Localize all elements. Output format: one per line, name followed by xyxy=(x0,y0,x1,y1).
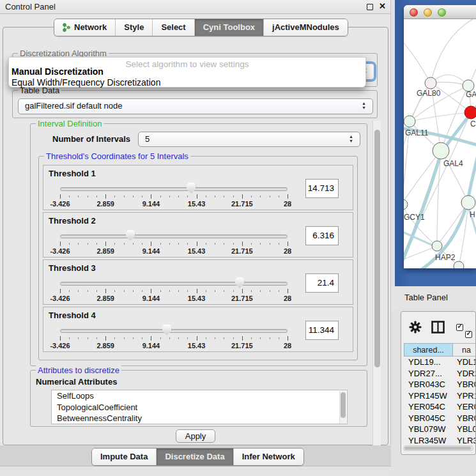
group-title: Threshold's Coordinates for 5 Intervals xyxy=(44,151,190,161)
slider-track[interactable] xyxy=(60,329,288,333)
network-window: GAL80GACGAL11GAL4GCY1HHAP2 xyxy=(404,5,476,268)
cell-name[interactable]: YER0 xyxy=(453,401,476,413)
threshold-slider[interactable]: -3.4262.8599.14415.4321.71528 xyxy=(60,277,288,302)
apply-button[interactable]: Apply xyxy=(176,429,215,443)
table-data-combobox[interactable]: galFiltered.sif default node ▲▼ xyxy=(18,98,373,114)
cell-shared-name[interactable]: YBL079W xyxy=(404,424,453,435)
slider-track[interactable] xyxy=(60,282,288,286)
slider-thumb[interactable] xyxy=(235,277,245,288)
tick-mark xyxy=(105,194,106,199)
network-node[interactable] xyxy=(454,261,464,268)
checkbox-icon[interactable] xyxy=(465,331,472,338)
network-canvas[interactable]: GAL80GACGAL11GAL4GCY1HHAP2 xyxy=(404,19,476,268)
zoom-traffic-light-icon[interactable] xyxy=(438,8,446,17)
network-node[interactable] xyxy=(432,241,442,251)
slider-track[interactable] xyxy=(60,234,288,238)
network-node[interactable] xyxy=(404,199,408,210)
cell-shared-name[interactable]: YER054C xyxy=(404,401,453,413)
network-node[interactable] xyxy=(461,196,475,210)
minimize-traffic-light-icon[interactable] xyxy=(424,8,432,17)
settings-scrollbar[interactable] xyxy=(372,121,381,445)
column-header-name[interactable]: na xyxy=(453,343,476,357)
slider-track[interactable] xyxy=(60,187,288,191)
slider-thumb[interactable] xyxy=(162,325,172,335)
network-icon xyxy=(63,23,71,32)
float-icon[interactable] xyxy=(367,4,373,10)
cell-name[interactable]: YBL0 xyxy=(453,424,476,435)
tab-cyni-toolbox[interactable]: Cyni Toolbox xyxy=(194,19,263,36)
slider-thumb[interactable] xyxy=(126,230,135,241)
threshold-value-field[interactable]: 21.4 xyxy=(305,273,339,293)
tick-mark xyxy=(96,337,97,339)
tick-label: 21.715 xyxy=(231,295,253,302)
cell-name[interactable]: YDL1 xyxy=(453,357,476,368)
cell-name[interactable]: YDR2 xyxy=(453,368,476,380)
threshold-value-field[interactable]: 6.316 xyxy=(305,226,339,245)
numerical-attributes-list[interactable]: SelfLoopsTopologicalCoefficientBetweenne… xyxy=(51,390,348,424)
table-row[interactable]: YBR043CYBR0 xyxy=(404,379,476,390)
threshold-slider[interactable]: -3.4262.8599.14415.4321.71528 xyxy=(60,229,288,255)
network-node[interactable] xyxy=(404,116,415,127)
scrollbar-thumb[interactable] xyxy=(374,130,380,367)
attribute-list-item[interactable]: SelfLoops xyxy=(52,390,347,402)
cell-shared-name[interactable]: YLR345W xyxy=(404,435,453,447)
split-columns-icon[interactable] xyxy=(431,321,445,336)
tab-label: Infer Network xyxy=(242,452,295,461)
slider-thumb[interactable] xyxy=(187,183,196,194)
tick-mark xyxy=(142,337,142,339)
table-row[interactable]: YBL079WYBL0 xyxy=(404,424,476,435)
dropdown-option-equal-width[interactable]: Equal Width/Frequency Discretization xyxy=(12,77,160,88)
tick-mark xyxy=(270,290,270,292)
tab-style[interactable]: Style xyxy=(115,19,152,36)
table-row[interactable]: YDR27...YDR2 xyxy=(404,368,476,380)
table-row[interactable]: YLR345WYLR3 xyxy=(404,435,476,447)
num-intervals-combobox[interactable]: 5 ▲▼ xyxy=(138,132,360,147)
network-node[interactable] xyxy=(433,142,449,159)
table-row[interactable]: YPR145WYPR1 xyxy=(404,390,476,402)
tick-mark xyxy=(169,196,170,197)
table-row[interactable]: YER054CYER0 xyxy=(404,401,476,413)
tab-select[interactable]: Select xyxy=(152,19,194,36)
tick-mark xyxy=(105,242,106,246)
list-scrollbar[interactable] xyxy=(339,391,346,424)
cell-shared-name[interactable]: YBR045C xyxy=(404,413,453,424)
dropdown-option-manual[interactable]: Manual Discretization xyxy=(12,66,104,77)
network-node[interactable] xyxy=(464,106,476,119)
threshold-value-field[interactable]: 11.344 xyxy=(305,321,339,340)
cell-name[interactable]: YBR0 xyxy=(453,413,476,424)
network-window-titlebar[interactable] xyxy=(404,5,476,19)
cell-name[interactable]: YPR1 xyxy=(453,390,476,402)
tick-mark xyxy=(215,337,215,339)
tick-mark xyxy=(178,196,179,197)
tick-mark xyxy=(288,289,288,293)
cell-shared-name[interactable]: YBR043C xyxy=(404,379,453,390)
checkbox-icon[interactable] xyxy=(456,324,463,331)
attribute-list-item[interactable]: BetweennessCentrality xyxy=(52,413,347,424)
threshold-slider[interactable]: -3.4262.8599.14415.4321.71528 xyxy=(60,182,288,208)
column-header-shared-name[interactable]: shared... xyxy=(404,343,453,357)
table-row[interactable]: YBR045CYBR0 xyxy=(404,413,476,424)
cell-shared-name[interactable]: YPR145W xyxy=(404,390,453,402)
table-row[interactable]: YDL19...YDL1 xyxy=(404,357,476,368)
gear-icon[interactable] xyxy=(409,321,422,336)
tick-mark xyxy=(114,290,115,292)
tab-jactivemnodules[interactable]: jActiveMNodules xyxy=(263,19,348,36)
attribute-list-item[interactable]: TopologicalCoefficient xyxy=(52,402,347,413)
threshold-slider[interactable]: -3.4262.8599.14415.4321.71528 xyxy=(60,324,288,349)
scrollbar-thumb[interactable] xyxy=(404,447,471,450)
cell-shared-name[interactable]: YDR27... xyxy=(404,368,453,380)
threshold-value-field[interactable]: 14.713 xyxy=(305,179,339,198)
cell-shared-name[interactable]: YDL19... xyxy=(404,357,453,368)
cell-name[interactable]: YBR0 xyxy=(453,379,476,390)
tick-mark xyxy=(114,337,115,339)
tab-impute-data[interactable]: Impute Data xyxy=(92,449,156,465)
table-hscrollbar[interactable] xyxy=(403,445,473,451)
network-node[interactable] xyxy=(425,77,436,89)
close-traffic-light-icon[interactable] xyxy=(410,8,418,17)
tab-discretize-data[interactable]: Discretize Data xyxy=(156,449,233,465)
cell-name[interactable]: YLR3 xyxy=(453,435,476,447)
tab-network[interactable]: Network xyxy=(54,19,115,36)
tab-infer-network[interactable]: Infer Network xyxy=(233,449,303,465)
close-icon[interactable]: ✕ xyxy=(379,1,386,11)
tick-mark xyxy=(178,243,179,245)
